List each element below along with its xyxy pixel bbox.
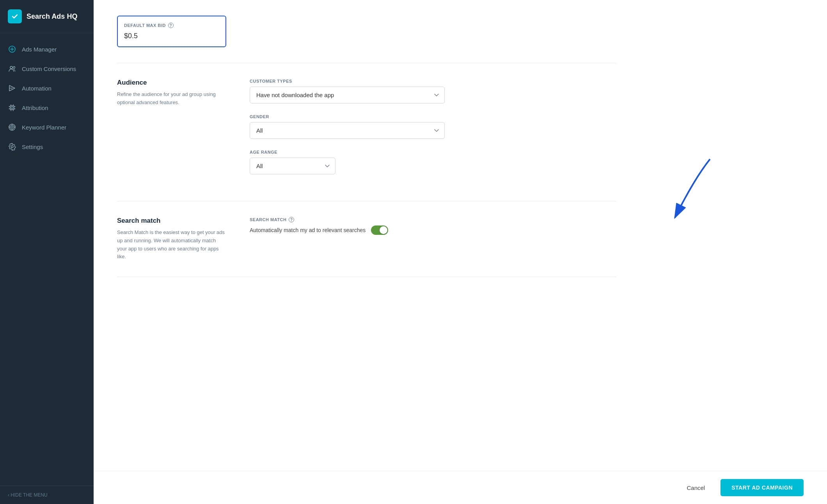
gear-icon [8, 142, 16, 151]
audience-description: Refine the audience for your ad group us… [117, 91, 226, 107]
customer-types-label: CUSTOMER TYPES [250, 79, 616, 83]
sidebar-item-automation[interactable]: Automation [0, 78, 94, 98]
svg-point-9 [11, 146, 13, 148]
gender-label: GENDER [250, 114, 616, 119]
bid-box: DEFAULT MAX BID ? [117, 16, 226, 47]
target-icon [8, 123, 16, 131]
start-ad-campaign-button[interactable]: START AD CAMPAIGN [721, 479, 804, 496]
logo-icon [8, 9, 22, 23]
sidebar-item-settings[interactable]: Settings [0, 137, 94, 156]
divider-1 [117, 63, 616, 63]
svg-point-8 [11, 126, 13, 128]
audience-section-left: Audience Refine the audience for your ad… [117, 79, 226, 185]
divider-2 [117, 201, 616, 201]
svg-rect-4 [10, 106, 14, 110]
sidebar-item-attribution-label: Attribution [22, 105, 48, 111]
bid-label: DEFAULT MAX BID ? [124, 23, 219, 28]
blue-arrow-annotation [616, 155, 726, 233]
search-match-help-icon[interactable]: ? [289, 217, 294, 222]
age-range-label: AGE RANGE [250, 150, 616, 154]
gender-select[interactable]: All Male Female [250, 122, 445, 139]
audience-section-right: CUSTOMER TYPES Have not downloaded the a… [250, 79, 616, 185]
bid-section: DEFAULT MAX BID ? [117, 0, 616, 59]
toggle-knob [380, 226, 387, 234]
cpu-icon [8, 103, 16, 112]
svg-rect-5 [11, 107, 13, 109]
hide-menu-button[interactable]: ‹ HIDE THE MENU [0, 486, 94, 504]
customer-types-select[interactable]: Have not downloaded the app All Users Ha… [250, 87, 445, 103]
gender-field: GENDER All Male Female [250, 114, 616, 139]
users-icon [8, 64, 16, 73]
hide-menu-label: ‹ HIDE THE MENU [8, 492, 48, 498]
search-match-toggle-text: Automatically match my ad to relevant se… [250, 227, 366, 233]
sidebar-item-settings-label: Settings [22, 144, 43, 150]
app-name: Search Ads HQ [27, 12, 77, 21]
bottom-bar: Cancel START AD CAMPAIGN [94, 471, 827, 504]
search-match-label: SEARCH MATCH ? [250, 217, 616, 222]
customer-types-field: CUSTOMER TYPES Have not downloaded the a… [250, 79, 616, 103]
send-icon [8, 84, 16, 92]
sidebar-item-ads-manager-label: Ads Manager [22, 46, 57, 53]
age-range-field: AGE RANGE All 18-24 25-34 35-44 45-54 55… [250, 150, 616, 174]
sidebar-item-automation-label: Automation [22, 85, 51, 92]
search-match-field: SEARCH MATCH ? Automatically match my ad… [250, 217, 616, 235]
svg-point-2 [10, 66, 12, 69]
sidebar-item-attribution[interactable]: Attribution [0, 98, 94, 117]
main-nav: Ads Manager Custom Conversions [0, 33, 94, 486]
search-match-description: Search Match is the easiest way to get y… [117, 229, 226, 261]
bid-input[interactable] [124, 32, 219, 40]
search-match-toggle-row: Automatically match my ad to relevant se… [250, 225, 616, 235]
svg-point-3 [13, 67, 15, 69]
plus-circle-icon [8, 45, 16, 53]
sidebar-item-keyword-planner-label: Keyword Planner [22, 124, 66, 131]
sidebar-item-keyword-planner[interactable]: Keyword Planner [0, 117, 94, 137]
sidebar-item-custom-conversions-label: Custom Conversions [22, 66, 76, 72]
content-area: DEFAULT MAX BID ? Audience Refine the au… [94, 0, 640, 471]
sidebar-item-custom-conversions[interactable]: Custom Conversions [0, 59, 94, 78]
sidebar-item-ads-manager[interactable]: Ads Manager [0, 39, 94, 59]
bid-help-icon[interactable]: ? [168, 23, 174, 28]
search-match-section-left: Search match Search Match is the easiest… [117, 217, 226, 261]
audience-section: Audience Refine the audience for your ad… [117, 67, 616, 197]
search-match-toggle[interactable] [371, 225, 388, 235]
sidebar: Search Ads HQ Ads Manager [0, 0, 94, 504]
logo-area: Search Ads HQ [0, 0, 94, 33]
age-range-select[interactable]: All 18-24 25-34 35-44 45-54 55+ [250, 158, 335, 174]
audience-title: Audience [117, 79, 226, 87]
divider-3 [117, 277, 616, 277]
main-content: DEFAULT MAX BID ? Audience Refine the au… [94, 0, 827, 504]
search-match-section: Search match Search Match is the easiest… [117, 205, 616, 273]
svg-point-7 [10, 125, 14, 129]
cancel-button[interactable]: Cancel [681, 481, 712, 495]
search-match-title: Search match [117, 217, 226, 225]
search-match-section-right: SEARCH MATCH ? Automatically match my ad… [250, 217, 616, 261]
